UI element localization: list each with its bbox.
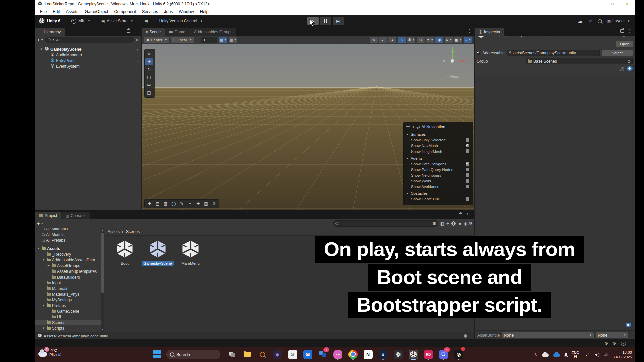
foldout-icon[interactable]: ▼ <box>42 327 45 330</box>
file-explorer-icon[interactable] <box>242 348 253 361</box>
favorite-row[interactable]: All Models <box>35 232 101 237</box>
transform-tool-icon[interactable]: ◫ <box>145 89 153 96</box>
grid-overlay-icon[interactable]: ▦ <box>162 200 169 207</box>
nav-section-header[interactable]: ▼Obstacles <box>404 191 473 196</box>
search-window-icon[interactable]: ⊞ <box>433 221 436 226</box>
hierarchy-row[interactable]: EntryPoint› <box>35 58 141 63</box>
kebab-menu-icon[interactable]: ⋮ <box>468 28 472 33</box>
filter-type-icon[interactable]: ◧ <box>440 221 444 226</box>
tool-handle-position-dropdown[interactable]: ▣ Center▼ <box>144 37 169 43</box>
tree-row-prefabs[interactable]: ▼Prefabs <box>35 303 101 308</box>
camera-overlay-icon[interactable]: ▣▼ <box>454 37 462 43</box>
tab-console[interactable]: ▤Console <box>61 212 89 219</box>
scene-lighting-icon[interactable]: ◑ <box>398 37 406 43</box>
foldout-icon[interactable]: ▼ <box>42 258 45 261</box>
option-checkbox[interactable] <box>466 168 469 171</box>
microphone-icon[interactable] <box>565 353 567 356</box>
hidden-count-eye-icon[interactable]: ◉ 25 <box>464 221 472 226</box>
assetbundle-variant-dropdown[interactable]: None▼ <box>596 332 628 338</box>
taskbar-search[interactable]: Search <box>166 350 220 359</box>
hierarchy-row-scene[interactable]: ▼GameplayScene⋮ <box>35 46 141 52</box>
language-switcher[interactable]: ENGFI <box>572 351 579 358</box>
tree-row-databuilders[interactable]: DataBuilders <box>35 274 101 280</box>
tree-row-assetgrouptemplates[interactable]: AssetGroupTemplates <box>35 268 101 274</box>
onedrive-icon[interactable] <box>542 353 549 357</box>
asset-item-boot[interactable]: Boot <box>108 239 141 266</box>
addressable-path-field[interactable]: Assets/Scenes/GameplayScene.unity <box>507 50 600 56</box>
audio-mute-icon[interactable]: ⊘ <box>417 37 425 43</box>
package-bin-icon[interactable]: ▤ <box>144 19 148 23</box>
search-overlay-icon[interactable]: ⌖ <box>186 200 194 207</box>
foldout-icon[interactable]: ▼ <box>37 247 40 250</box>
tab-project[interactable]: Project <box>35 212 61 219</box>
addressable-checkbox[interactable] <box>477 51 480 55</box>
tray-chevron-icon[interactable]: ∧ <box>534 352 537 357</box>
tree-row-assetgroups[interactable]: ▶AssetGroups <box>35 263 101 268</box>
tree-row-scripts[interactable]: ▼Scripts <box>35 325 101 331</box>
shading-icon[interactable]: ◐ <box>379 37 387 43</box>
menu-window[interactable]: Window <box>176 9 197 14</box>
weather-widget[interactable]: 1 -4°C Pilvistä <box>38 348 61 357</box>
transform-overlay-icon[interactable]: ✚ <box>194 200 202 207</box>
breadcrumb-assets[interactable]: Assets <box>108 229 120 234</box>
notion-icon[interactable]: N <box>363 348 373 361</box>
orient-overlay-icon[interactable]: ⊘ <box>210 200 218 207</box>
account-label[interactable]: MK <box>78 19 85 23</box>
cast-icon[interactable]: ⇄ <box>604 352 608 357</box>
select-button[interactable]: Select <box>602 50 633 56</box>
tab-hierarchy[interactable]: ☰ Hierarchy <box>35 28 65 36</box>
hierarchy-row[interactable]: EventSystem <box>35 63 141 69</box>
terrain-overlay-icon[interactable]: ▤ <box>154 200 161 207</box>
option-checkbox[interactable] <box>466 185 469 188</box>
scroll-down-icon[interactable]: ▼ <box>101 328 104 332</box>
version-control-label[interactable]: Unity Version Control <box>159 19 197 23</box>
effects-icon[interactable]: ✱▼ <box>407 37 415 43</box>
layers-icon[interactable]: ≋▼ <box>445 37 453 43</box>
background-tasks-icon[interactable]: ✓ <box>621 341 626 346</box>
label-tag-icon[interactable] <box>626 323 631 327</box>
clock[interactable]: 18:0030/12/2025 <box>612 350 632 359</box>
onedrive-cloud-icon[interactable] <box>553 353 560 357</box>
game-controller-icon[interactable] <box>332 348 343 361</box>
breadcrumb-scenes[interactable]: Scenes <box>126 229 140 234</box>
search-icon[interactable] <box>598 19 602 23</box>
cloud-icon[interactable]: ☁ <box>578 18 583 24</box>
rider-icon[interactable]: RD <box>423 348 434 361</box>
tree-row-input[interactable]: Input <box>35 280 101 286</box>
favorite-row[interactable]: All Prefabs <box>35 237 101 243</box>
tree-row-materials[interactable]: Materials <box>35 286 101 291</box>
view-tool-icon[interactable]: ✥ <box>145 50 153 58</box>
favorites-star-icon[interactable]: ★ <box>458 221 462 226</box>
menu-assets[interactable]: Assets <box>63 9 82 14</box>
menu-file[interactable]: File <box>37 9 50 14</box>
scroll-up-icon[interactable]: ▲ <box>101 228 104 232</box>
scale-tool-icon[interactable]: ◱ <box>145 73 153 81</box>
tree-row-gamescene[interactable]: GameScene <box>35 308 101 314</box>
rect-tool-icon[interactable]: ▭ <box>145 81 153 88</box>
foldout-icon[interactable]: ▼ <box>42 304 45 307</box>
chrome-icon[interactable] <box>347 348 358 361</box>
kebab-menu-icon[interactable]: ⋮ <box>135 47 139 52</box>
discord-icon[interactable]: ᗜ1 <box>438 348 449 361</box>
tab-scene[interactable]: #Scene <box>142 28 165 36</box>
assetbundle-dropdown[interactable]: None▼ <box>502 332 594 338</box>
tree-row-_recovery[interactable]: _Recovery <box>35 251 101 257</box>
tree-scrollbar[interactable]: ▲ ▼ <box>101 228 104 332</box>
option-checkbox[interactable] <box>466 144 469 147</box>
steam-icon[interactable]: S <box>378 348 388 361</box>
search-app-icon[interactable] <box>257 348 268 361</box>
option-checkbox[interactable] <box>466 162 469 166</box>
label-tag-icon[interactable] <box>627 66 633 71</box>
foldout-icon[interactable]: ▼ <box>40 48 43 51</box>
tree-row-ui[interactable]: UI <box>35 314 101 320</box>
unity-editor-icon[interactable] <box>408 348 419 361</box>
menu-gameobject[interactable]: GameObject <box>82 9 111 14</box>
paint-overlay-icon[interactable]: ✎ <box>178 200 185 207</box>
group-field[interactable]: Base Scenes ⊙ <box>526 58 633 64</box>
favorite-row[interactable]: All Materials <box>35 228 101 232</box>
thumbnail-size-slider[interactable] <box>452 336 472 336</box>
tree-row-assets[interactable]: ▼Assets <box>35 246 101 251</box>
grid-snap-icon[interactable]: ▦▼ <box>219 37 227 43</box>
minimize-button[interactable]: ─ <box>590 0 605 8</box>
menu-edit[interactable]: Edit <box>50 9 63 14</box>
